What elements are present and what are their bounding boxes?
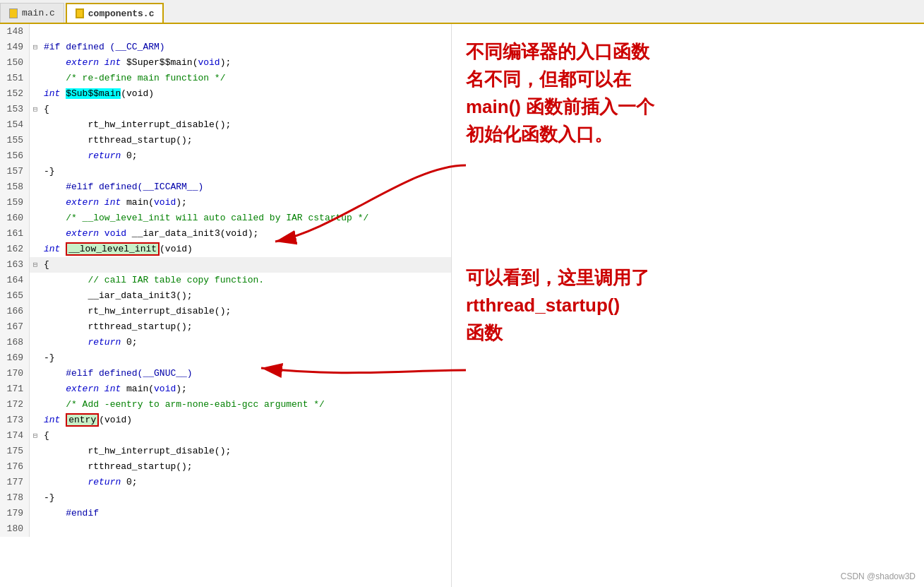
- code-content: rtthread_startup();: [41, 319, 193, 335]
- code-line: 157-}: [0, 164, 451, 179]
- code-line: 171 extern int main(void);: [0, 381, 451, 397]
- line-number: 158: [0, 179, 30, 195]
- tab-bar: main.c components.c: [0, 0, 924, 24]
- line-number: 153: [0, 102, 30, 117]
- line-number: 151: [0, 71, 30, 86]
- code-line: 176 rtthread_startup();: [0, 459, 451, 475]
- code-content: -}: [41, 490, 55, 506]
- line-number: 171: [0, 381, 30, 397]
- code-line: 148: [0, 24, 451, 40]
- annotation-bottom: 可以看到，这里调用了rtthread_startup()函数: [466, 264, 910, 347]
- code-line: 179 #endif: [0, 506, 451, 521]
- code-content: // call IAR table copy function.: [41, 273, 264, 288]
- line-number: 166: [0, 304, 30, 319]
- watermark: CSDN @shadow3D: [841, 571, 916, 581]
- code-panel[interactable]: 148149⊟#if defined (__CC_ARM)150 extern …: [0, 24, 452, 587]
- tab-main-c[interactable]: main.c: [0, 3, 64, 23]
- code-content: #elif defined(__ICCARM__): [41, 179, 203, 195]
- code-line: 149⊟#if defined (__CC_ARM): [0, 40, 451, 55]
- code-line: 167 rtthread_startup();: [0, 319, 451, 335]
- code-content: #endif: [41, 506, 99, 521]
- code-content: extern int main(void);: [41, 195, 187, 211]
- code-line: 173int entry(void): [0, 413, 451, 428]
- code-line: 159 extern int main(void);: [0, 195, 451, 211]
- line-number: 159: [0, 195, 30, 211]
- code-content: rt_hw_interrupt_disable();: [41, 444, 231, 459]
- line-number: 170: [0, 366, 30, 381]
- code-line: 166 rt_hw_interrupt_disable();: [0, 304, 451, 319]
- line-number: 179: [0, 506, 30, 521]
- line-number: 167: [0, 319, 30, 335]
- code-lines: 148149⊟#if defined (__CC_ARM)150 extern …: [0, 24, 451, 537]
- code-content: /* __low_level_init will auto called by …: [41, 211, 368, 226]
- code-line: 164 // call IAR table copy function.: [0, 273, 451, 288]
- code-content: int __low_level_init(void): [41, 242, 193, 257]
- line-number: 149: [0, 40, 30, 55]
- line-number: 162: [0, 242, 30, 257]
- code-line: 168 return 0;: [0, 335, 451, 350]
- code-line: 156 return 0;: [0, 148, 451, 164]
- code-line: 172 /* Add -eentry to arm-none-eabi-gcc …: [0, 397, 451, 413]
- main-content: 148149⊟#if defined (__CC_ARM)150 extern …: [0, 24, 924, 587]
- annotation-panel: 不同编译器的入口函数名不同，但都可以在main() 函数前插入一个初始化函数入口…: [452, 24, 924, 587]
- code-content: /* Add -eentry to arm-none-eabi-gcc argu…: [41, 397, 325, 413]
- line-number: 176: [0, 459, 30, 475]
- fold-icon[interactable]: ⊟: [30, 102, 41, 117]
- code-line: 155 rtthread_startup();: [0, 133, 451, 148]
- code-content: extern void __iar_data_init3(void);: [41, 226, 258, 242]
- fold-icon[interactable]: ⊟: [30, 257, 41, 273]
- code-content: #elif defined(__GNUC__): [41, 366, 193, 381]
- code-content: int $Sub$$main(void): [41, 86, 154, 102]
- line-number: 180: [0, 521, 30, 537]
- code-content: return 0;: [41, 148, 138, 164]
- code-content: -}: [41, 350, 55, 366]
- line-number: 174: [0, 428, 30, 444]
- code-content: __iar_data_init3();: [41, 288, 193, 304]
- code-content: extern int main(void);: [41, 381, 187, 397]
- tab-main-c-label: main.c: [22, 8, 55, 18]
- code-content: {: [41, 257, 49, 273]
- line-number: 148: [0, 24, 30, 40]
- code-line: 162int __low_level_init(void): [0, 242, 451, 257]
- code-content: int entry(void): [41, 413, 132, 428]
- code-content: /* re-define main function */: [41, 71, 225, 86]
- annotation-top: 不同编译器的入口函数名不同，但都可以在main() 函数前插入一个初始化函数入口…: [466, 38, 910, 148]
- code-line: 152int $Sub$$main(void): [0, 86, 451, 102]
- line-number: 154: [0, 117, 30, 133]
- line-number: 152: [0, 86, 30, 102]
- code-content: return 0;: [41, 335, 138, 350]
- annotation-top-text: 不同编译器的入口函数名不同，但都可以在main() 函数前插入一个初始化函数入口…: [466, 38, 910, 148]
- code-content: rtthread_startup();: [41, 459, 193, 475]
- fold-icon[interactable]: ⊟: [30, 428, 41, 444]
- code-content: rtthread_startup();: [41, 133, 193, 148]
- code-line: 153⊟{: [0, 102, 451, 117]
- code-line: 169-}: [0, 350, 451, 366]
- code-line: 177 return 0;: [0, 475, 451, 490]
- code-line: 175 rt_hw_interrupt_disable();: [0, 444, 451, 459]
- annotation-bottom-text: 可以看到，这里调用了rtthread_startup()函数: [466, 264, 910, 347]
- line-number: 169: [0, 350, 30, 366]
- fold-icon[interactable]: ⊟: [30, 40, 41, 55]
- code-line: 163⊟{: [0, 257, 451, 273]
- line-number: 177: [0, 475, 30, 490]
- code-content: return 0;: [41, 475, 138, 490]
- code-line: 170 #elif defined(__GNUC__): [0, 366, 451, 381]
- line-number: 168: [0, 335, 30, 350]
- tab-components-c[interactable]: components.c: [66, 3, 164, 23]
- code-line: 150 extern int $Super$$main(void);: [0, 55, 451, 71]
- code-line: 160 /* __low_level_init will auto called…: [0, 211, 451, 226]
- code-line: 158 #elif defined(__ICCARM__): [0, 179, 451, 195]
- line-number: 173: [0, 413, 30, 428]
- code-content: -}: [41, 164, 55, 179]
- line-number: 155: [0, 133, 30, 148]
- line-number: 164: [0, 273, 30, 288]
- line-number: 157: [0, 164, 30, 179]
- code-line: 174⊟{: [0, 428, 451, 444]
- code-line: 151 /* re-define main function */: [0, 71, 451, 86]
- line-number: 165: [0, 288, 30, 304]
- code-line: 165 __iar_data_init3();: [0, 288, 451, 304]
- code-line: 161 extern void __iar_data_init3(void);: [0, 226, 451, 242]
- code-content: {: [41, 428, 49, 444]
- code-line: 178-}: [0, 490, 451, 506]
- code-line: 154 rt_hw_interrupt_disable();: [0, 117, 451, 133]
